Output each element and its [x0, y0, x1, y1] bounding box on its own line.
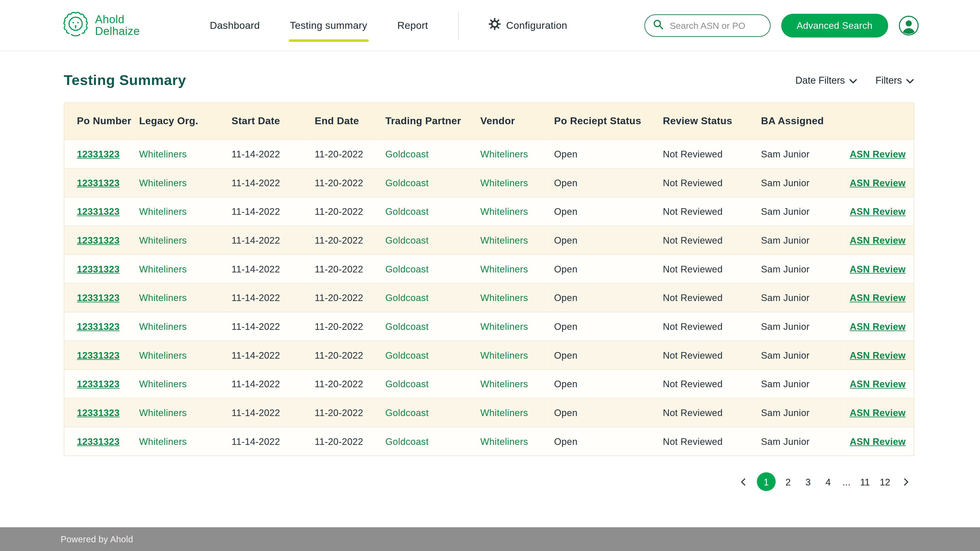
nav-dashboard[interactable]: Dashboard — [210, 20, 260, 31]
brand-name: Ahold Delhaize — [95, 14, 140, 37]
po-receipt-status-cell: Open — [548, 283, 657, 312]
ba-assigned-cell: Sam Junior — [755, 254, 843, 283]
po-number-link[interactable]: 12331323 — [77, 350, 119, 360]
pagination-prev-button[interactable] — [735, 473, 752, 490]
po-number-link[interactable]: 12331323 — [77, 206, 119, 217]
po-number-link[interactable]: 12331323 — [77, 407, 119, 418]
po-number-link[interactable]: 12331323 — [77, 149, 119, 159]
ba-assigned-cell: Sam Junior — [755, 370, 843, 399]
trading-partner-cell: Goldcoast — [379, 370, 474, 399]
end-date-cell: 11-20-2022 — [309, 341, 379, 370]
asn-review-link[interactable]: ASN Review — [850, 206, 905, 217]
asn-review-link[interactable]: ASN Review — [850, 292, 905, 303]
po-number-link[interactable]: 12331323 — [77, 379, 119, 389]
legacy-org-cell: Whiteliners — [133, 168, 225, 197]
trading-partner-cell: Goldcoast — [379, 226, 474, 254]
ba-assigned-cell: Sam Junior — [755, 140, 843, 168]
brand-line-1: Ahold — [95, 14, 140, 25]
legacy-org-cell: Whiteliners — [133, 140, 225, 168]
vendor-cell: Whiteliners — [474, 197, 548, 226]
pagination-page-2[interactable]: 2 — [781, 472, 796, 491]
nav-report[interactable]: Report — [397, 20, 428, 31]
ba-assigned-cell: Sam Junior — [755, 283, 843, 312]
trading-partner-cell: Goldcoast — [379, 312, 474, 341]
col-po-receipt-status: Po Reciept Status — [548, 103, 657, 140]
table-row: 12331323 Whiteliners 11-14-2022 11-20-20… — [64, 370, 914, 399]
asn-review-link[interactable]: ASN Review — [850, 407, 905, 418]
end-date-cell: 11-20-2022 — [309, 370, 379, 399]
table-row: 12331323 Whiteliners 11-14-2022 11-20-20… — [64, 427, 914, 456]
po-receipt-status-cell: Open — [548, 427, 657, 456]
vendor-cell: Whiteliners — [474, 341, 548, 370]
po-receipt-status-cell: Open — [548, 370, 657, 399]
po-receipt-status-cell: Open — [548, 168, 657, 197]
end-date-cell: 11-20-2022 — [309, 283, 379, 312]
review-status-cell: Not Reviewed — [657, 312, 755, 341]
start-date-cell: 11-14-2022 — [225, 254, 309, 283]
ba-assigned-cell: Sam Junior — [755, 168, 843, 197]
po-number-link[interactable]: 12331323 — [77, 264, 119, 274]
ba-assigned-cell: Sam Junior — [755, 312, 843, 341]
start-date-cell: 11-14-2022 — [225, 312, 309, 341]
top-nav-bar: Ahold Delhaize Dashboard Testing summary… — [0, 0, 980, 51]
asn-review-link[interactable]: ASN Review — [850, 264, 905, 274]
pagination-page-11[interactable]: 11 — [858, 472, 873, 491]
col-review-status: Review Status — [657, 103, 755, 140]
legacy-org-cell: Whiteliners — [133, 370, 225, 399]
po-number-link[interactable]: 12331323 — [77, 292, 119, 303]
app-root: Ahold Delhaize Dashboard Testing summary… — [0, 0, 980, 551]
review-status-cell: Not Reviewed — [657, 427, 755, 456]
gear-icon — [489, 18, 501, 32]
search-input[interactable] — [668, 20, 762, 31]
trading-partner-cell: Goldcoast — [379, 427, 474, 456]
nav-testing-summary[interactable]: Testing summary — [290, 20, 367, 31]
asn-review-link[interactable]: ASN Review — [850, 321, 905, 332]
asn-review-link[interactable]: ASN Review — [850, 235, 905, 246]
po-receipt-status-cell: Open — [548, 140, 657, 168]
review-status-cell: Not Reviewed — [657, 254, 755, 283]
trading-partner-cell: Goldcoast — [379, 197, 474, 226]
nav-configuration[interactable]: Configuration — [489, 18, 567, 32]
table-row: 12331323 Whiteliners 11-14-2022 11-20-20… — [64, 283, 914, 312]
vendor-cell: Whiteliners — [474, 427, 548, 456]
main-nav: Dashboard Testing summary Report — [210, 11, 567, 39]
ahold-delhaize-logo[interactable]: Ahold Delhaize — [62, 10, 140, 40]
pagination-page-12[interactable]: 12 — [877, 472, 892, 491]
po-receipt-status-cell: Open — [548, 226, 657, 254]
asn-review-link[interactable]: ASN Review — [850, 178, 905, 188]
filters-dropdown[interactable]: Filters — [876, 75, 914, 86]
end-date-cell: 11-20-2022 — [309, 168, 379, 197]
pagination-page-3[interactable]: 3 — [800, 472, 816, 491]
end-date-cell: 11-20-2022 — [309, 312, 379, 341]
asn-review-link[interactable]: ASN Review — [850, 350, 905, 360]
asn-review-link[interactable]: ASN Review — [850, 379, 905, 389]
col-ba-assigned: BA Assigned — [755, 103, 843, 140]
ba-assigned-cell: Sam Junior — [755, 398, 843, 427]
col-start-date: Start Date — [225, 103, 309, 140]
po-number-link[interactable]: 12331323 — [77, 436, 119, 447]
po-number-link[interactable]: 12331323 — [77, 235, 119, 246]
table-row: 12331323 Whiteliners 11-14-2022 11-20-20… — [64, 398, 914, 427]
pagination-page-1[interactable]: 1 — [757, 472, 775, 491]
pagination-ellipsis: ... — [841, 476, 853, 487]
po-number-link[interactable]: 12331323 — [77, 178, 119, 188]
legacy-org-cell: Whiteliners — [133, 312, 225, 341]
advanced-search-button[interactable]: Advanced Search — [781, 14, 888, 37]
trading-partner-cell: Goldcoast — [379, 254, 474, 283]
trading-partner-cell: Goldcoast — [379, 398, 474, 427]
main-content: Testing Summary Date Filters Filters — [0, 51, 980, 491]
po-number-link[interactable]: 12331323 — [77, 321, 119, 332]
review-status-cell: Not Reviewed — [657, 140, 755, 168]
col-actions — [843, 103, 914, 140]
legacy-org-cell: Whiteliners — [133, 398, 225, 427]
pagination-page-4[interactable]: 4 — [821, 472, 835, 491]
table-row: 12331323 Whiteliners 11-14-2022 11-20-20… — [64, 197, 914, 226]
asn-review-link[interactable]: ASN Review — [850, 436, 905, 447]
pagination-next-button[interactable] — [897, 473, 914, 490]
chevron-down-icon — [850, 75, 857, 86]
end-date-cell: 11-20-2022 — [309, 197, 379, 226]
table-row: 12331323 Whiteliners 11-14-2022 11-20-20… — [64, 226, 914, 254]
asn-review-link[interactable]: ASN Review — [850, 149, 905, 159]
user-avatar[interactable] — [899, 15, 919, 35]
date-filters-dropdown[interactable]: Date Filters — [795, 75, 857, 86]
